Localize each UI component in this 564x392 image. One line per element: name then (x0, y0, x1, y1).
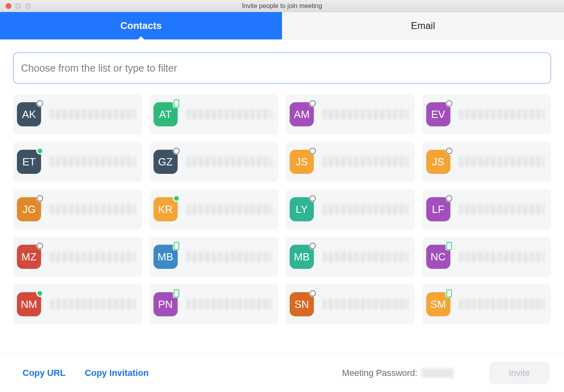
avatar-wrap: AM (290, 102, 314, 126)
avatar-wrap: NM (17, 292, 41, 316)
copy-invitation-button[interactable]: Copy Invitation (85, 368, 149, 378)
titlebar: Invite people to join meeting (0, 0, 564, 12)
footer: Copy URL Copy Invitation Meeting Passwor… (0, 353, 564, 392)
presence-mobile-icon (446, 241, 453, 250)
contact-card[interactable]: JS (286, 142, 415, 182)
presence-offline-icon (446, 195, 453, 202)
presence-offline-icon (446, 100, 453, 107)
avatar-wrap: MB (153, 245, 178, 269)
presence-offline-icon (36, 100, 44, 107)
presence-mobile-icon (173, 241, 180, 250)
contact-card[interactable]: AT (149, 94, 279, 134)
presence-offline-icon (36, 242, 44, 250)
avatar-wrap: ET (17, 150, 41, 174)
avatar-wrap: AK (17, 102, 41, 126)
content-area: AKATAMEVETGZJSJSJGKRLYLFMZMBMBNCNMPNSNSM (0, 39, 564, 353)
avatar-wrap: KR (153, 197, 178, 221)
contact-name (50, 109, 136, 120)
contact-name (187, 109, 272, 120)
copy-url-button[interactable]: Copy URL (23, 368, 65, 378)
contact-card[interactable]: JS (422, 142, 552, 182)
contact-name (187, 299, 272, 309)
avatar-wrap: MZ (17, 245, 41, 269)
presence-online-icon (173, 195, 180, 202)
contact-card[interactable]: KR (149, 189, 279, 229)
window-controls (0, 3, 31, 9)
contact-card[interactable]: ET (13, 142, 142, 182)
contact-name (50, 299, 136, 309)
contact-card[interactable]: GZ (149, 142, 279, 182)
contact-card[interactable]: NM (13, 284, 142, 324)
tab-contacts[interactable]: Contacts (0, 12, 282, 39)
contact-name (459, 204, 545, 215)
contact-card[interactable]: AK (13, 94, 142, 134)
contact-card[interactable]: JG (13, 189, 142, 229)
minimize-window-button[interactable] (15, 3, 21, 9)
contact-filter-input[interactable] (13, 52, 551, 84)
avatar-wrap: MB (290, 245, 314, 269)
contact-card[interactable]: EV (422, 94, 552, 134)
meeting-password-value (421, 368, 454, 378)
contact-name (187, 157, 272, 167)
presence-offline-icon (36, 195, 44, 202)
contact-name (323, 252, 408, 262)
contact-name (323, 157, 408, 167)
meeting-password-label: Meeting Password: (342, 368, 417, 378)
contact-name (459, 157, 545, 167)
presence-offline-icon (173, 147, 180, 155)
avatar-wrap: AT (153, 102, 178, 126)
avatar-wrap: PN (153, 292, 178, 316)
contact-card[interactable]: SM (422, 284, 552, 324)
avatar-wrap: JS (426, 150, 450, 174)
contact-card[interactable]: AM (286, 94, 415, 134)
contact-card[interactable]: LF (422, 189, 552, 229)
presence-offline-icon (309, 290, 316, 297)
close-window-button[interactable] (6, 3, 11, 9)
presence-mobile-icon (446, 289, 453, 298)
presence-online-icon (36, 290, 44, 297)
presence-online-icon (36, 147, 44, 155)
avatar-wrap: SN (290, 292, 314, 316)
contact-card[interactable]: LY (286, 189, 415, 229)
contact-name (50, 157, 136, 167)
avatar-wrap: JG (17, 197, 41, 221)
contact-card[interactable]: NC (422, 237, 552, 277)
avatar-wrap: EV (426, 102, 450, 126)
contacts-grid: AKATAMEVETGZJSJSJGKRLYLFMZMBMBNCNMPNSNSM (13, 94, 551, 324)
avatar-wrap: GZ (153, 150, 178, 174)
contact-card[interactable]: MZ (13, 237, 142, 277)
presence-offline-icon (309, 147, 316, 155)
presence-offline-icon (309, 242, 316, 250)
contact-name (187, 204, 272, 215)
tab-bar: Contacts Email (0, 12, 564, 39)
presence-offline-icon (446, 147, 453, 155)
maximize-window-button[interactable] (25, 3, 31, 9)
avatar-wrap: SM (426, 292, 450, 316)
presence-offline-icon (309, 195, 316, 202)
contact-card[interactable]: PN (149, 284, 279, 324)
tab-email[interactable]: Email (282, 12, 564, 39)
presence-mobile-icon (173, 99, 180, 108)
presence-mobile-icon (173, 289, 180, 298)
meeting-password: Meeting Password: (342, 368, 454, 378)
contact-name (50, 204, 136, 215)
window-title: Invite people to join meeting (0, 2, 564, 10)
contact-name (187, 252, 272, 262)
contact-name (323, 299, 408, 309)
contact-card[interactable]: MB (286, 237, 415, 277)
contact-name (459, 299, 545, 309)
contact-card[interactable]: MB (149, 237, 279, 277)
contact-card[interactable]: SN (286, 284, 415, 324)
avatar-wrap: LY (290, 197, 314, 221)
avatar-wrap: LF (426, 197, 450, 221)
presence-offline-icon (309, 100, 316, 107)
avatar-wrap: NC (426, 245, 450, 269)
contact-name (459, 109, 545, 120)
contact-name (459, 252, 545, 262)
contact-name (50, 252, 136, 262)
tab-email-label: Email (411, 20, 435, 31)
tab-contacts-label: Contacts (120, 20, 162, 31)
contact-name (323, 109, 408, 120)
contact-name (323, 204, 408, 215)
invite-button[interactable]: Invite (489, 362, 549, 384)
